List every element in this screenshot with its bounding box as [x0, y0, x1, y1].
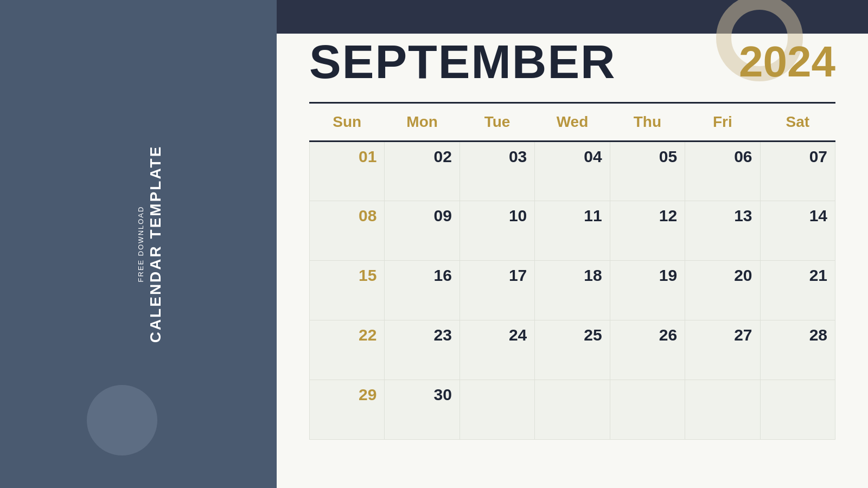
- calendar-day-cell[interactable]: 06: [685, 142, 760, 201]
- calendar-day-cell[interactable]: 28: [760, 320, 835, 380]
- calendar-day-cell[interactable]: 23: [385, 320, 459, 380]
- calendar-grid: Sun Mon Tue Wed Thu Fri Sat 010203040506…: [309, 104, 835, 440]
- calendar-day-cell[interactable]: [685, 380, 760, 440]
- calendar-header: SEPTEMBER 2024: [309, 38, 835, 91]
- calendar-day-cell[interactable]: 22: [310, 320, 385, 380]
- calendar-day-cell[interactable]: [535, 380, 610, 440]
- calendar-day-cell[interactable]: 16: [385, 261, 459, 320]
- calendar-template-text: CALENDAR TEMPLATE: [147, 145, 164, 343]
- calendar-day-cell[interactable]: 29: [310, 380, 385, 440]
- free-download-text: FREE DOWNLOAD: [137, 206, 145, 282]
- calendar-day-cell[interactable]: 14: [760, 201, 835, 261]
- day-header-thu: Thu: [610, 104, 685, 142]
- day-header-sat: Sat: [760, 104, 835, 142]
- calendar-day-cell[interactable]: 18: [535, 261, 610, 320]
- calendar-day-cell[interactable]: [610, 380, 685, 440]
- calendar-week-row-3: 15161718192021: [310, 261, 835, 320]
- year-title: 2024: [739, 40, 835, 84]
- calendar-day-cell[interactable]: 07: [760, 142, 835, 201]
- calendar-panel: SEPTEMBER 2024 Sun Mon Tue Wed Thu Fri S…: [277, 0, 868, 488]
- calendar-day-cell[interactable]: 25: [535, 320, 610, 380]
- month-title: SEPTEMBER: [309, 38, 616, 86]
- calendar-day-cell[interactable]: 30: [385, 380, 459, 440]
- calendar-week-row-4: 22232425262728: [310, 320, 835, 380]
- day-header-mon: Mon: [385, 104, 459, 142]
- calendar-day-cell[interactable]: 04: [535, 142, 610, 201]
- calendar-day-cell[interactable]: 02: [385, 142, 459, 201]
- calendar-day-cell[interactable]: 10: [459, 201, 534, 261]
- page-wrapper: FREE DOWNLOAD CALENDAR TEMPLATE SEPTEMBE…: [0, 0, 868, 488]
- calendar-day-cell[interactable]: [459, 380, 534, 440]
- calendar-day-cell[interactable]: 03: [459, 142, 534, 201]
- calendar-week-row-2: 08091011121314: [310, 201, 835, 261]
- calendar-day-cell[interactable]: 27: [685, 320, 760, 380]
- calendar-day-cell[interactable]: 13: [685, 201, 760, 261]
- calendar-day-cell[interactable]: 12: [610, 201, 685, 261]
- day-header-tue: Tue: [459, 104, 534, 142]
- day-header-wed: Wed: [535, 104, 610, 142]
- side-label: FREE DOWNLOAD CALENDAR TEMPLATE: [137, 145, 164, 343]
- calendar-day-cell[interactable]: 09: [385, 201, 459, 261]
- decorative-circle-left: [87, 385, 157, 455]
- calendar-day-cell[interactable]: 17: [459, 261, 534, 320]
- calendar-content: SEPTEMBER 2024 Sun Mon Tue Wed Thu Fri S…: [277, 0, 868, 456]
- calendar-day-cell[interactable]: 19: [610, 261, 685, 320]
- calendar-day-cell[interactable]: 05: [610, 142, 685, 201]
- calendar-day-cell[interactable]: 01: [310, 142, 385, 201]
- calendar-day-cell[interactable]: 26: [610, 320, 685, 380]
- calendar-day-cell[interactable]: 20: [685, 261, 760, 320]
- calendar-day-cell[interactable]: 15: [310, 261, 385, 320]
- calendar-day-cell[interactable]: 24: [459, 320, 534, 380]
- calendar-week-row-1: 01020304050607: [310, 142, 835, 201]
- calendar-day-cell[interactable]: [760, 380, 835, 440]
- day-header-sun: Sun: [310, 104, 385, 142]
- calendar-day-cell[interactable]: 11: [535, 201, 610, 261]
- calendar-week-row-5: 2930: [310, 380, 835, 440]
- day-header-fri: Fri: [685, 104, 760, 142]
- days-header-row: Sun Mon Tue Wed Thu Fri Sat: [310, 104, 835, 142]
- calendar-day-cell[interactable]: 21: [760, 261, 835, 320]
- calendar-day-cell[interactable]: 08: [310, 201, 385, 261]
